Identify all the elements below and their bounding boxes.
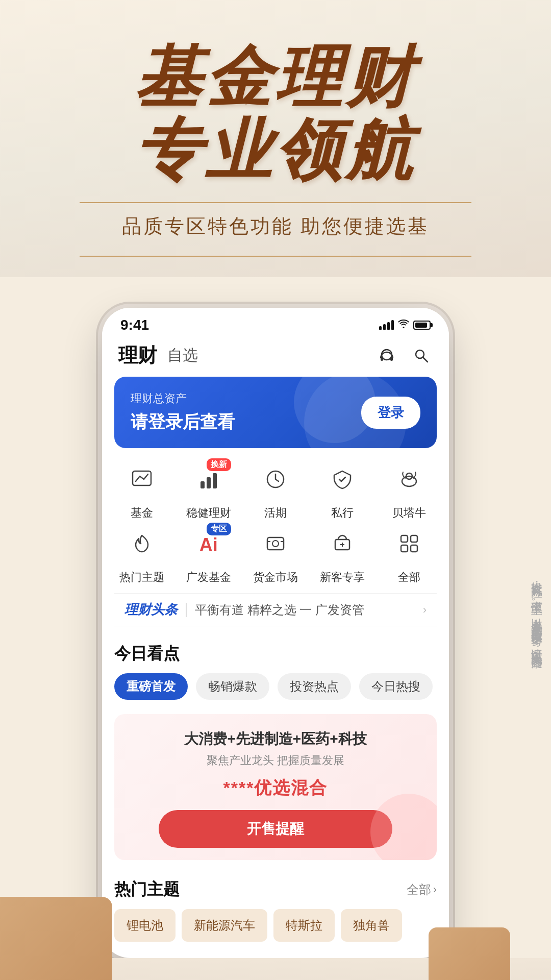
menu-label-guangfa: 广发基金: [186, 570, 231, 585]
signal-icon: [379, 320, 394, 330]
menu-item-hottheme[interactable]: 热门主题: [110, 525, 173, 585]
search-icon[interactable]: [410, 345, 433, 367]
hot-title: 热门主题: [114, 878, 180, 901]
menu-item-private[interactable]: 私行: [311, 460, 374, 521]
svg-rect-8: [213, 473, 217, 488]
tab-bar: 重磅首发 畅销爆款 投资热点 今日热搜: [114, 673, 437, 700]
wifi-icon: [398, 320, 409, 331]
menu-label-betabull: 贝塔牛: [392, 505, 426, 521]
menu-label-all: 全部: [398, 570, 420, 585]
deco-left: [0, 897, 112, 980]
svg-point-13: [272, 541, 279, 547]
fund-card-name: ****优选混合: [130, 776, 421, 800]
nav-icons: [375, 345, 433, 367]
newclient-icon: [330, 531, 355, 559]
hero-title: 基金理财 专业领航: [31, 41, 520, 187]
status-time: 9:41: [120, 317, 149, 333]
hot-section: 热门主题 全部 › 锂电池 新能源汽车 特斯拉 独角兽: [102, 868, 449, 958]
guangfa-icon: Ai: [199, 536, 218, 554]
menu-label-moneymarket: 货金市场: [253, 570, 298, 585]
ticker-divider: [186, 603, 187, 617]
menu-item-betabull[interactable]: 贝塔牛: [378, 460, 441, 521]
badge-zone: 专区: [207, 523, 231, 535]
banner-left: 理财总资产 请登录后查看: [131, 391, 235, 434]
menu-label-newclient: 新客专享: [320, 570, 365, 585]
menu-item-stable[interactable]: 换新 稳健理财: [177, 460, 240, 521]
hot-tag-0[interactable]: 锂电池: [114, 909, 176, 942]
hot-more[interactable]: 全部 ›: [407, 881, 437, 898]
moneymarket-icon: [263, 531, 288, 559]
ticker-arrow: ›: [423, 603, 427, 617]
hot-header: 热门主题 全部 ›: [114, 878, 437, 901]
badge-new: 换新: [207, 458, 231, 471]
svg-rect-20: [411, 535, 417, 542]
ticker-text: 平衡有道 精粹之选 一 广发资管: [195, 602, 415, 618]
tab-0[interactable]: 重磅首发: [114, 673, 188, 700]
hero-section: 基金理财 专业领航 品质专区特色功能 助您便捷选基: [0, 0, 551, 277]
current-icon: [263, 467, 288, 495]
svg-rect-19: [401, 535, 408, 542]
menu-label-private: 私行: [331, 505, 354, 521]
menu-label-current: 活期: [264, 505, 287, 521]
menu-item-current[interactable]: 活期: [244, 460, 307, 521]
banner-label: 理财总资产: [131, 391, 235, 406]
svg-rect-21: [401, 545, 408, 552]
hot-tags: 锂电池 新能源汽车 特斯拉 独角兽: [114, 909, 437, 952]
ticker-logo: 理财头条: [124, 601, 178, 619]
page-footer: [0, 958, 551, 980]
nav-subtitle[interactable]: 自选: [167, 345, 198, 366]
menu-item-newclient[interactable]: 新客专享: [311, 525, 374, 585]
side-disclaimer: 投资皆有风险，应谨慎至上。以上有关易淘金产品的功能介绍仅供参考，请以实际上线内容…: [523, 563, 551, 672]
headset-icon[interactable]: [375, 345, 398, 367]
menu-label-hottheme: 热门主题: [119, 570, 164, 585]
status-icons: [379, 320, 431, 331]
betabull-icon: [397, 467, 421, 495]
svg-rect-6: [201, 481, 205, 488]
menu-item-fund[interactable]: 基金: [110, 460, 173, 521]
hot-tag-3[interactable]: 独角兽: [341, 909, 402, 942]
fund-card: 大消费+先进制造+医药+科技 聚焦产业龙头 把握质量发展 ****优选混合 开售…: [114, 714, 437, 860]
menu-item-moneymarket[interactable]: 货金市场: [244, 525, 307, 585]
fund-icon: [130, 467, 154, 495]
private-icon: [330, 467, 355, 495]
fund-card-button[interactable]: 开售提醒: [159, 810, 392, 848]
hot-tag-2[interactable]: 特斯拉: [273, 909, 335, 942]
status-bar: 9:41: [102, 308, 449, 337]
fund-card-desc: 聚焦产业龙头 把握质量发展: [130, 753, 421, 768]
menu-item-guangfa[interactable]: 专区 Ai 广发基金: [177, 525, 240, 585]
news-ticker[interactable]: 理财头条 平衡有道 精粹之选 一 广发资管 ›: [114, 593, 437, 626]
tab-2[interactable]: 投资热点: [278, 673, 351, 700]
svg-rect-12: [267, 537, 284, 550]
deco-right: [429, 927, 510, 980]
menu-label-fund: 基金: [131, 505, 153, 521]
svg-rect-7: [207, 477, 211, 488]
battery-icon: [413, 321, 431, 330]
svg-rect-22: [411, 545, 417, 552]
all-icon: [397, 531, 421, 559]
banner-main-text: 请登录后查看: [131, 410, 235, 434]
menu-grid: 基金 换新 稳健理财: [102, 448, 449, 589]
fund-card-title: 大消费+先进制造+医药+科技: [130, 729, 421, 749]
tab-3[interactable]: 今日热搜: [359, 673, 433, 700]
banner: 理财总资产 请登录后查看 登录: [114, 377, 437, 448]
phone-frame: 9:41: [102, 308, 449, 958]
today-title: 今日看点: [114, 643, 437, 665]
nav-title: 理财: [118, 342, 157, 369]
menu-item-all[interactable]: 全部: [378, 525, 441, 585]
today-section: 今日看点 重磅首发 畅销爆款 投资热点 今日热搜: [102, 630, 449, 706]
nav-bar[interactable]: 理财 自选: [102, 337, 449, 377]
hot-tag-1[interactable]: 新能源汽车: [182, 909, 267, 942]
login-button[interactable]: 登录: [361, 397, 420, 429]
phone-wrapper: 投资皆有风险，应谨慎至上。以上有关易淘金产品的功能介绍仅供参考，请以实际上线内容…: [0, 277, 551, 958]
hot-more-arrow: ›: [433, 883, 437, 896]
menu-label-stable: 稳健理财: [186, 505, 231, 521]
tab-1[interactable]: 畅销爆款: [196, 673, 269, 700]
hero-subtitle: 品质专区特色功能 助您便捷选基: [80, 213, 471, 239]
hottheme-icon: [130, 531, 154, 559]
svg-line-4: [423, 357, 428, 362]
